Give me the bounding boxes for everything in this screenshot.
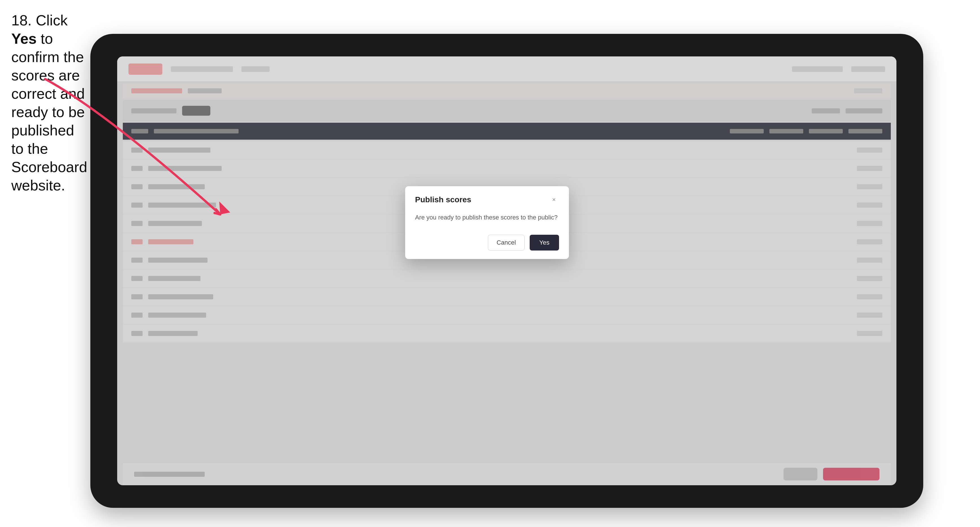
modal-close-button[interactable]: × bbox=[549, 195, 559, 205]
instruction-text: 18. Click Yes to confirm the scores are … bbox=[11, 11, 90, 195]
modal-body: Are you ready to publish these scores to… bbox=[405, 211, 569, 230]
cancel-button[interactable]: Cancel bbox=[488, 235, 525, 251]
modal-footer: Cancel Yes bbox=[405, 230, 569, 259]
modal-title: Publish scores bbox=[415, 195, 471, 204]
tablet-screen: Publish scores × Are you ready to publis… bbox=[117, 56, 896, 485]
instruction-suffix: to confirm the scores are correct and re… bbox=[11, 30, 87, 194]
instruction-bold: Yes bbox=[11, 30, 37, 47]
step-number: 18. bbox=[11, 12, 32, 29]
yes-button[interactable]: Yes bbox=[530, 235, 559, 251]
tablet-device: Publish scores × Are you ready to publis… bbox=[90, 34, 923, 508]
publish-scores-modal: Publish scores × Are you ready to publis… bbox=[405, 186, 569, 259]
modal-header: Publish scores × bbox=[405, 186, 569, 211]
modal-message: Are you ready to publish these scores to… bbox=[415, 213, 559, 222]
instruction-prefix: Click bbox=[32, 12, 67, 29]
modal-overlay: Publish scores × Are you ready to publis… bbox=[117, 56, 896, 485]
